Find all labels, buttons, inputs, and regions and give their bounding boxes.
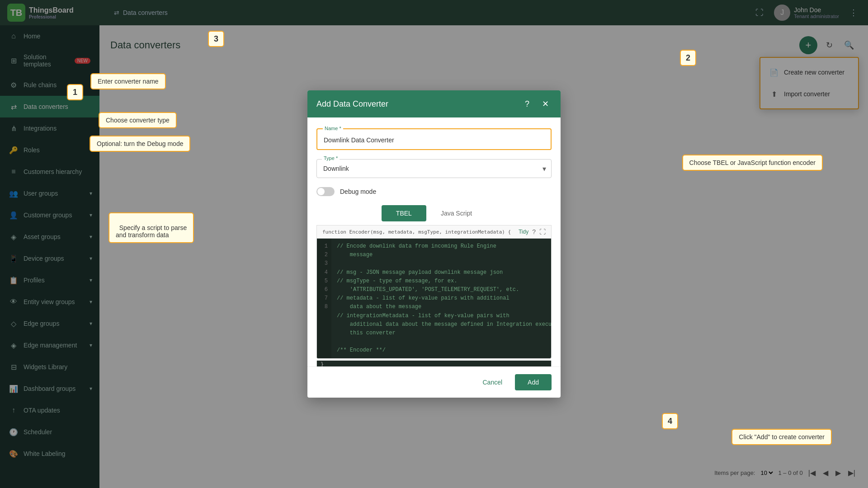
code-line-numbers: 12345678 [317, 239, 331, 358]
debug-mode-label: Debug mode [340, 188, 376, 195]
debug-mode-row: Debug mode [316, 187, 552, 196]
type-select[interactable]: Uplink Downlink [316, 159, 552, 178]
code-header: function Encoder(msg, metadata, msgType,… [316, 225, 552, 238]
code-content: 12345678 // Encode downlink data from in… [317, 239, 551, 358]
modal-body: Name * Type * Uplink Downlink ▾ Debug mo… [307, 117, 561, 366]
code-lines: // Encode downlink data from incoming Ru… [331, 239, 551, 358]
name-input[interactable] [317, 133, 551, 149]
add-button[interactable]: Add [515, 374, 552, 390]
modal-help-button[interactable]: ? [521, 98, 533, 110]
encoder-tab-bar: TBEL Java Script [316, 205, 552, 221]
code-header-actions: Tidy ? ⛶ [519, 228, 546, 235]
code-editor[interactable]: 12345678 // Encode downlink data from in… [316, 238, 552, 359]
code-help-button[interactable]: ? [532, 228, 536, 235]
type-field-group: Type * Uplink Downlink ▾ [316, 159, 552, 178]
name-label: Name * [323, 126, 343, 131]
modal-header-buttons: ? ✕ [521, 98, 552, 110]
modal-header: Add Data Converter ? ✕ [307, 90, 561, 117]
debug-mode-toggle[interactable] [316, 187, 335, 196]
code-fullscreen-button[interactable]: ⛶ [539, 228, 546, 235]
cancel-button[interactable]: Cancel [475, 374, 509, 390]
modal-title: Add Data Converter [316, 99, 388, 109]
modal-overlay: Add Data Converter ? ✕ Name * Type * Upl… [0, 0, 868, 488]
type-label: Type * [322, 155, 340, 161]
modal-footer: Cancel Add [307, 366, 561, 398]
tab-tbel[interactable]: TBEL [382, 205, 426, 221]
name-field-group: Name * [316, 128, 552, 150]
add-converter-modal: Add Data Converter ? ✕ Name * Type * Upl… [307, 90, 561, 398]
tab-javascript[interactable]: Java Script [426, 205, 486, 221]
modal-close-button[interactable]: ✕ [539, 98, 552, 110]
code-function-signature: function Encoder(msg, metadata, msgType,… [322, 229, 511, 235]
tidy-button[interactable]: Tidy [519, 229, 528, 235]
type-select-wrapper: Uplink Downlink ▾ [316, 159, 552, 178]
